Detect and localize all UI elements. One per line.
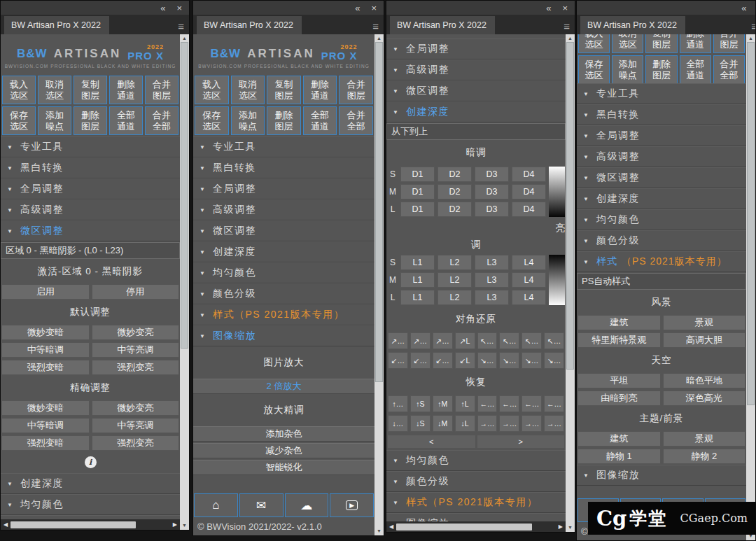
- action-button[interactable]: 取消 选区: [38, 76, 71, 104]
- scroll-up-icon[interactable]: ▲: [377, 35, 382, 42]
- section-row[interactable]: ▼专业工具: [577, 83, 746, 104]
- diagonal-button[interactable]: ↖…: [544, 332, 564, 349]
- diagonal-button[interactable]: ↗…: [433, 332, 453, 349]
- section-row[interactable]: ▼黑白转换: [577, 104, 746, 125]
- section-row[interactable]: ▼颜色分级: [577, 230, 746, 251]
- light-tone-button[interactable]: L3: [475, 255, 509, 270]
- adjust-button[interactable]: 中等亮调: [92, 418, 180, 433]
- style-button[interactable]: 静物 2: [663, 449, 746, 464]
- action-button[interactable]: 载入 选区: [195, 76, 229, 104]
- adjust-button[interactable]: 微妙变暗: [1, 400, 90, 416]
- action-button[interactable]: 保存 选区: [578, 55, 610, 83]
- scroll-right-icon[interactable]: ▶: [559, 524, 563, 530]
- scrollbar-thumb[interactable]: [375, 42, 383, 382]
- adjust-button[interactable]: 微妙变亮: [92, 325, 180, 340]
- restore-button[interactable]: →…: [499, 415, 519, 432]
- restore-button[interactable]: ↑L: [455, 395, 475, 412]
- style-button[interactable]: 特里斯特景观: [578, 332, 661, 348]
- scroll-down-icon[interactable]: ▼: [182, 522, 187, 529]
- restore-button[interactable]: ←…: [544, 395, 564, 412]
- scrollbar-thumb[interactable]: [181, 42, 188, 349]
- section-row[interactable]: ▼样式（PS 2021版本专用）: [386, 492, 566, 513]
- light-tone-button[interactable]: L1: [400, 272, 435, 288]
- restore-button[interactable]: ↓L: [455, 415, 475, 432]
- close-icon[interactable]: ×: [755, 3, 755, 13]
- action-button[interactable]: 保存 选区: [195, 106, 229, 135]
- tab-bw-artisan[interactable]: BW Artisan Pro X 2022: [197, 16, 302, 34]
- scrollbar-thumb[interactable]: [747, 42, 755, 405]
- adjust-button[interactable]: 中等暗调: [1, 342, 90, 358]
- section-row[interactable]: ▼高级调整: [193, 199, 374, 220]
- dark-tone-button[interactable]: D4: [512, 184, 546, 199]
- style-button[interactable]: 暗色平地: [663, 373, 746, 388]
- adjust-button[interactable]: 微妙变暗: [1, 325, 90, 340]
- style-button[interactable]: 景观: [663, 431, 746, 447]
- section-row[interactable]: ▼专业工具: [1, 136, 180, 157]
- action-button[interactable]: 合并 图层: [713, 34, 745, 53]
- dark-tone-button[interactable]: D2: [438, 202, 472, 217]
- tab-bw-artisan[interactable]: BW Artisan Pro X 2022: [390, 16, 495, 34]
- section-row[interactable]: ▼微区调整: [193, 220, 374, 241]
- mail-button[interactable]: ✉: [239, 493, 284, 517]
- light-tone-button[interactable]: L3: [475, 272, 509, 288]
- section-row[interactable]: ▼均匀颜色: [386, 450, 566, 471]
- section-row[interactable]: ▼创建深度: [193, 241, 374, 262]
- dark-tone-button[interactable]: D3: [475, 184, 509, 199]
- panel-menu-icon[interactable]: ≡: [564, 21, 570, 31]
- restore-button[interactable]: ←…: [499, 395, 519, 412]
- adjust-button[interactable]: 微妙变亮: [92, 400, 180, 416]
- restore-button[interactable]: ↑S: [410, 395, 430, 412]
- close-icon[interactable]: ×: [371, 3, 377, 13]
- diagonal-button[interactable]: ↗…: [410, 332, 430, 349]
- style-button[interactable]: 景观: [663, 315, 746, 330]
- light-tone-button[interactable]: L1: [400, 255, 435, 270]
- section-row[interactable]: ▼高级调整: [1, 199, 180, 220]
- action-button[interactable]: 合并 图层: [339, 76, 373, 104]
- restore-button[interactable]: ↓…: [388, 415, 408, 432]
- section-row[interactable]: ▼微区调整: [1, 220, 180, 241]
- diagonal-button[interactable]: ↗…: [388, 332, 408, 349]
- action-button[interactable]: 复制 图层: [74, 76, 107, 104]
- style-button[interactable]: 高调大胆: [663, 332, 746, 348]
- scroll-down-icon[interactable]: ▼: [377, 528, 382, 535]
- diagonal-button[interactable]: ↘…: [477, 352, 498, 369]
- vertical-scrollbar[interactable]: ▲ ▼: [180, 34, 189, 530]
- diagonal-button[interactable]: ↙…: [410, 352, 430, 369]
- action-button[interactable]: 删除 图层: [645, 55, 677, 83]
- dark-tone-button[interactable]: D1: [400, 184, 435, 199]
- section-row[interactable]: ▼全局调整: [577, 125, 746, 146]
- dark-tone-button[interactable]: D1: [400, 202, 435, 217]
- section-row[interactable]: ▼微区调整: [577, 167, 746, 188]
- collapse-panel-icon[interactable]: «: [160, 3, 165, 13]
- scroll-up-icon[interactable]: ▲: [748, 35, 753, 42]
- section-image-zoom[interactable]: ▼ 图像缩放: [577, 465, 746, 486]
- scroll-down-icon[interactable]: ▼: [568, 524, 573, 531]
- close-icon[interactable]: ×: [176, 3, 182, 13]
- dark-tone-button[interactable]: D2: [438, 184, 472, 199]
- zone-dropdown[interactable]: 区域 0 - 黑暗阴影 - (L0 - L23): [1, 242, 180, 259]
- adjust-button[interactable]: 强烈变亮: [92, 360, 180, 375]
- section-row[interactable]: ▼均匀颜色: [577, 209, 746, 230]
- section-row[interactable]: ▼创建深度: [1, 473, 180, 494]
- action-button[interactable]: 合并 全部: [339, 106, 373, 135]
- action-button[interactable]: 取消 选区: [612, 34, 643, 53]
- home-button[interactable]: ⌂: [194, 493, 238, 517]
- vertical-scrollbar[interactable]: ▲ ▼: [746, 34, 755, 540]
- adjust-button[interactable]: 中等暗调: [1, 418, 90, 433]
- dark-tone-button[interactable]: D3: [475, 202, 509, 217]
- scroll-right-icon[interactable]: ▶: [173, 522, 177, 528]
- vertical-scrollbar[interactable]: ▲ ▼: [374, 34, 384, 535]
- action-button[interactable]: 载入 选区: [2, 76, 36, 104]
- section-row[interactable]: ▼高级调整: [386, 59, 566, 80]
- diagonal-button[interactable]: ↗L: [455, 332, 475, 349]
- adjust-button[interactable]: 强烈变亮: [92, 435, 180, 451]
- prev-button[interactable]: <: [388, 435, 475, 448]
- restore-button[interactable]: ←…: [522, 395, 542, 412]
- action-button[interactable]: 全部 通道: [109, 106, 143, 135]
- action-button[interactable]: 取消 选区: [231, 76, 265, 104]
- diagonal-button[interactable]: ↙…: [433, 352, 453, 369]
- section-row[interactable]: ▼创建深度: [386, 101, 566, 122]
- scroll-up-icon[interactable]: ▲: [182, 35, 187, 42]
- diagonal-button[interactable]: ↖…: [522, 332, 542, 349]
- action-button[interactable]: 全部 通道: [303, 106, 337, 135]
